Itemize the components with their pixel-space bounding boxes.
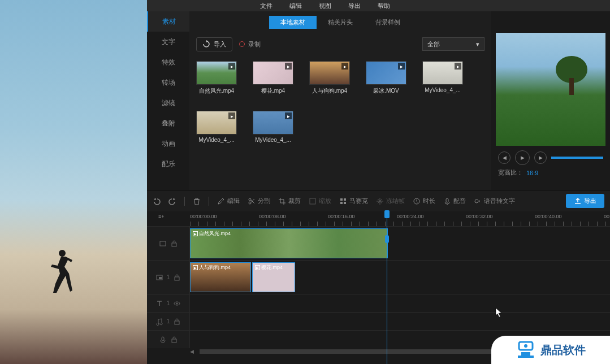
menu-help[interactable]: 帮助 — [378, 2, 390, 10]
split-button[interactable]: 分割 — [248, 197, 270, 205]
media-item[interactable]: MyVideo_4_... — [422, 61, 463, 95]
edit-button[interactable]: 编辑 — [217, 197, 240, 205]
svg-rect-24 — [172, 339, 176, 343]
menu-view[interactable]: 视图 — [319, 2, 331, 10]
preview-panel: ◀ ▶ ▶ 宽高比： 16:9 — [491, 11, 610, 190]
lock-icon — [173, 318, 181, 326]
export-button[interactable]: 导出 — [566, 194, 604, 208]
watermark-text: 鼎品软件 — [540, 343, 586, 358]
progress-bar[interactable] — [551, 157, 603, 159]
media-thumbnail[interactable] — [422, 61, 463, 85]
zoom-button[interactable]: 缩放 — [309, 197, 331, 205]
play-button[interactable]: ▶ — [515, 150, 530, 165]
playhead-handle[interactable] — [384, 210, 390, 218]
sidebar-filter[interactable]: 滤镜 — [147, 93, 189, 113]
play-badge-icon — [285, 63, 292, 70]
media-label: 樱花.mp4 — [253, 87, 293, 95]
media-item[interactable]: 自然风光.mp4 — [196, 61, 237, 95]
video-track-2: 1 人与狗狗.mp4 樱花.mp4 — [147, 260, 610, 294]
aspect-value[interactable]: 16:9 — [526, 170, 538, 176]
sidebar-animation[interactable]: 动画 — [147, 133, 189, 154]
media-thumbnail[interactable] — [309, 61, 350, 85]
svg-rect-23 — [162, 337, 164, 341]
sidebar-overlay[interactable]: 叠附 — [147, 113, 189, 133]
clip-dog[interactable]: 人与狗狗.mp4 — [190, 262, 251, 292]
media-panel: 本地素材 精美片头 背景样例 导入 录制 全部 ▾ 自然风光.mp4樱花.mp4… — [189, 11, 491, 190]
svg-rect-4 — [569, 78, 574, 95]
svg-point-5 — [249, 198, 251, 201]
track-head-video2[interactable]: 1 — [147, 261, 190, 294]
play-badge-icon — [455, 63, 461, 70]
video-track-icon — [159, 240, 167, 248]
media-thumbnail[interactable] — [196, 111, 237, 135]
media-label: 人与狗狗.mp4 — [309, 87, 350, 95]
voice-button[interactable]: 配音 — [443, 197, 466, 205]
scroll-left-icon[interactable]: ◀ — [190, 349, 194, 354]
prev-frame-button[interactable]: ◀ — [498, 151, 511, 164]
clip-sakura[interactable]: 樱花.mp4 — [252, 262, 295, 292]
track-head-voice[interactable] — [147, 331, 190, 348]
timeline-ruler[interactable]: ≡+ 00:00:00.00 00:00:08.00 00:00:16.00 0… — [147, 211, 610, 226]
sidebar: 素材 文字 特效 转场 滤镜 叠附 动画 配乐 — [147, 11, 189, 190]
svg-rect-15 — [160, 241, 166, 246]
next-frame-button[interactable]: ▶ — [534, 151, 547, 164]
cursor-icon — [495, 307, 503, 318]
crop-button[interactable]: 裁剪 — [278, 197, 301, 205]
record-button[interactable]: 录制 — [239, 40, 261, 49]
media-item[interactable]: 人与狗狗.mp4 — [309, 61, 350, 95]
media-item[interactable]: 樱花.mp4 — [253, 61, 293, 95]
undo-button[interactable] — [153, 197, 161, 205]
filter-dropdown[interactable]: 全部 ▾ — [422, 37, 484, 51]
export-icon — [574, 197, 582, 205]
video-track-1: 自然风光.mp4 — [147, 226, 610, 260]
sidebar-music[interactable]: 配乐 — [147, 154, 189, 174]
clip-nature[interactable]: 自然风光.mp4 — [190, 228, 388, 258]
menu-export[interactable]: 导出 — [348, 2, 361, 10]
play-badge-icon — [341, 63, 348, 70]
freeze-button[interactable]: 冻结帧 — [376, 197, 405, 205]
media-item[interactable]: MyVideo_4_... — [253, 111, 293, 143]
menubar: 文件 编辑 视图 导出 帮助 — [147, 0, 610, 11]
svg-rect-22 — [175, 321, 179, 324]
media-thumbnail[interactable] — [366, 61, 406, 85]
track-head-audio[interactable]: 1 — [147, 313, 190, 330]
speech-icon — [474, 197, 482, 205]
media-item[interactable]: MyVideo_4_... — [196, 111, 237, 143]
playhead-grip[interactable] — [385, 235, 389, 243]
media-thumbnail[interactable] — [253, 61, 293, 85]
tab-local[interactable]: 本地素材 — [269, 16, 317, 29]
sidebar-text[interactable]: 文字 — [147, 32, 189, 52]
media-thumbnail[interactable] — [253, 111, 293, 135]
stt-button[interactable]: 语音转文字 — [474, 197, 515, 205]
media-thumbnail[interactable] — [196, 61, 237, 85]
track-head-text[interactable]: 1 — [147, 294, 190, 312]
svg-rect-9 — [344, 198, 346, 201]
duration-button[interactable]: 时长 — [413, 197, 435, 205]
pencil-icon — [217, 197, 225, 205]
ruler-menu-icon[interactable]: ≡+ — [158, 214, 170, 223]
tab-intro[interactable]: 精美片头 — [317, 16, 364, 29]
play-badge-icon — [228, 63, 235, 70]
menu-edit[interactable]: 编辑 — [289, 2, 302, 10]
mosaic-button[interactable]: 马赛克 — [339, 197, 368, 205]
redo-button[interactable] — [168, 197, 176, 205]
media-item[interactable]: 采冰.MOV — [366, 61, 406, 95]
preview-controls: ◀ ▶ ▶ — [496, 149, 605, 166]
svg-rect-7 — [310, 198, 315, 204]
playhead[interactable] — [387, 211, 387, 364]
media-tabs: 本地素材 精美片头 背景样例 — [189, 11, 491, 27]
media-label: 自然风光.mp4 — [196, 87, 237, 95]
track-head-video[interactable] — [147, 227, 190, 260]
import-button[interactable]: 导入 — [196, 37, 232, 51]
menu-file[interactable]: 文件 — [260, 2, 272, 10]
delete-button[interactable] — [193, 197, 201, 205]
sidebar-media[interactable]: 素材 — [147, 11, 189, 32]
tab-bg[interactable]: 背景样例 — [364, 16, 412, 29]
media-label: MyVideo_4_... — [196, 137, 237, 143]
preview-video[interactable] — [496, 33, 605, 146]
snowflake-icon — [376, 197, 384, 205]
sidebar-transition[interactable]: 转场 — [147, 72, 189, 93]
background-image — [0, 0, 147, 364]
svg-point-26 — [524, 344, 527, 348]
sidebar-fx[interactable]: 特效 — [147, 52, 189, 72]
